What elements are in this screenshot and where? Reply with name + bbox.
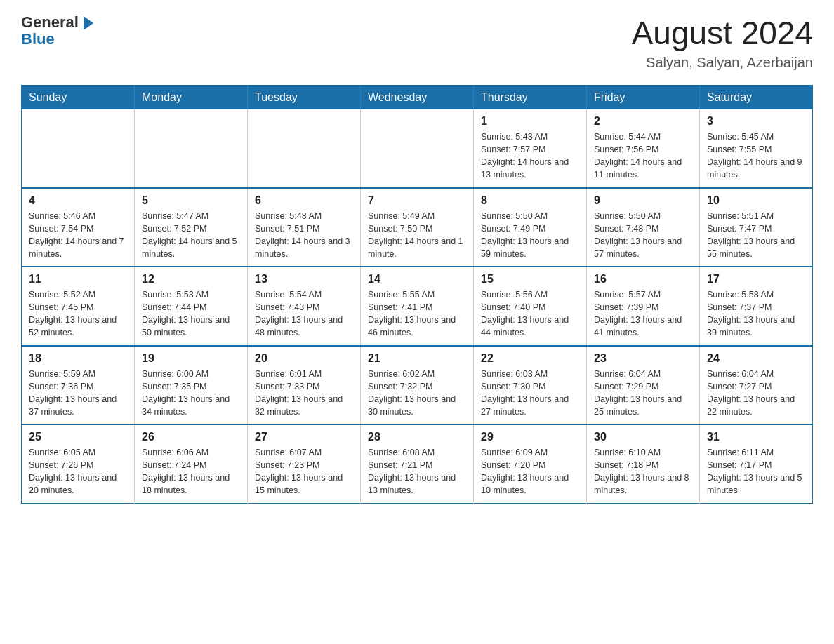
day-cell: 15Sunrise: 5:56 AM Sunset: 7:40 PM Dayli… — [474, 267, 587, 346]
day-info: Sunrise: 6:10 AM Sunset: 7:18 PM Dayligh… — [594, 446, 692, 497]
day-number: 17 — [707, 273, 805, 286]
day-info: Sunrise: 5:51 AM Sunset: 7:47 PM Dayligh… — [707, 210, 805, 261]
day-number: 19 — [142, 352, 240, 365]
day-cell: 8Sunrise: 5:50 AM Sunset: 7:49 PM Daylig… — [474, 188, 587, 267]
day-number: 9 — [594, 194, 692, 207]
day-info: Sunrise: 5:59 AM Sunset: 7:36 PM Dayligh… — [29, 368, 127, 419]
day-cell: 1Sunrise: 5:43 AM Sunset: 7:57 PM Daylig… — [474, 109, 587, 188]
day-number: 8 — [481, 194, 579, 207]
day-number: 16 — [594, 273, 692, 286]
day-number: 18 — [29, 352, 127, 365]
day-info: Sunrise: 6:08 AM Sunset: 7:21 PM Dayligh… — [368, 446, 466, 497]
day-info: Sunrise: 5:47 AM Sunset: 7:52 PM Dayligh… — [142, 210, 240, 261]
page-header: General Blue August 2024 Salyan, Salyan,… — [21, 14, 813, 71]
day-number: 22 — [481, 352, 579, 365]
weekday-header-friday: Friday — [587, 86, 700, 110]
day-info: Sunrise: 6:06 AM Sunset: 7:24 PM Dayligh… — [142, 446, 240, 497]
day-cell: 6Sunrise: 5:48 AM Sunset: 7:51 PM Daylig… — [248, 188, 361, 267]
day-number: 25 — [29, 431, 127, 443]
day-cell: 20Sunrise: 6:01 AM Sunset: 7:33 PM Dayli… — [248, 346, 361, 425]
day-number: 28 — [368, 431, 466, 443]
day-info: Sunrise: 6:11 AM Sunset: 7:17 PM Dayligh… — [707, 446, 805, 497]
logo-blue-text: Blue — [21, 31, 95, 48]
weekday-header-sunday: Sunday — [22, 86, 135, 110]
day-number: 26 — [142, 431, 240, 443]
day-info: Sunrise: 5:55 AM Sunset: 7:41 PM Dayligh… — [368, 288, 466, 340]
title-block: August 2024 Salyan, Salyan, Azerbaijan — [632, 14, 813, 71]
day-cell: 7Sunrise: 5:49 AM Sunset: 7:50 PM Daylig… — [361, 188, 474, 267]
day-cell: 3Sunrise: 5:45 AM Sunset: 7:55 PM Daylig… — [700, 109, 813, 188]
day-cell — [135, 109, 248, 188]
day-info: Sunrise: 5:45 AM Sunset: 7:55 PM Dayligh… — [707, 130, 805, 182]
day-info: Sunrise: 5:53 AM Sunset: 7:44 PM Dayligh… — [142, 288, 240, 340]
day-info: Sunrise: 6:04 AM Sunset: 7:29 PM Dayligh… — [594, 368, 692, 419]
day-cell: 9Sunrise: 5:50 AM Sunset: 7:48 PM Daylig… — [587, 188, 700, 267]
day-info: Sunrise: 5:44 AM Sunset: 7:56 PM Dayligh… — [594, 130, 692, 182]
day-info: Sunrise: 6:00 AM Sunset: 7:35 PM Dayligh… — [142, 368, 240, 419]
month-year-title: August 2024 — [632, 14, 813, 52]
weekday-header-monday: Monday — [135, 86, 248, 110]
day-cell: 18Sunrise: 5:59 AM Sunset: 7:36 PM Dayli… — [22, 346, 135, 425]
day-cell: 11Sunrise: 5:52 AM Sunset: 7:45 PM Dayli… — [22, 267, 135, 346]
day-number: 29 — [481, 431, 579, 443]
day-info: Sunrise: 5:54 AM Sunset: 7:43 PM Dayligh… — [255, 288, 353, 340]
day-cell: 22Sunrise: 6:03 AM Sunset: 7:30 PM Dayli… — [474, 346, 587, 425]
day-number: 15 — [481, 273, 579, 286]
week-row-3: 11Sunrise: 5:52 AM Sunset: 7:45 PM Dayli… — [22, 267, 813, 346]
day-info: Sunrise: 6:03 AM Sunset: 7:30 PM Dayligh… — [481, 368, 579, 419]
day-info: Sunrise: 6:07 AM Sunset: 7:23 PM Dayligh… — [255, 446, 353, 497]
day-cell — [361, 109, 474, 188]
logo: General Blue — [21, 14, 95, 48]
location-subtitle: Salyan, Salyan, Azerbaijan — [632, 55, 813, 71]
day-cell: 26Sunrise: 6:06 AM Sunset: 7:24 PM Dayli… — [135, 424, 248, 503]
day-info: Sunrise: 5:50 AM Sunset: 7:48 PM Dayligh… — [594, 210, 692, 261]
day-info: Sunrise: 5:57 AM Sunset: 7:39 PM Dayligh… — [594, 288, 692, 340]
day-cell: 13Sunrise: 5:54 AM Sunset: 7:43 PM Dayli… — [248, 267, 361, 346]
day-number: 31 — [707, 431, 805, 443]
day-cell: 31Sunrise: 6:11 AM Sunset: 7:17 PM Dayli… — [700, 424, 813, 503]
day-cell: 30Sunrise: 6:10 AM Sunset: 7:18 PM Dayli… — [587, 424, 700, 503]
weekday-header-saturday: Saturday — [700, 86, 813, 110]
week-row-1: 1Sunrise: 5:43 AM Sunset: 7:57 PM Daylig… — [22, 109, 813, 188]
day-number: 21 — [368, 352, 466, 365]
day-number: 23 — [594, 352, 692, 365]
day-cell: 19Sunrise: 6:00 AM Sunset: 7:35 PM Dayli… — [135, 346, 248, 425]
day-cell: 12Sunrise: 5:53 AM Sunset: 7:44 PM Dayli… — [135, 267, 248, 346]
day-info: Sunrise: 6:01 AM Sunset: 7:33 PM Dayligh… — [255, 368, 353, 419]
day-cell: 10Sunrise: 5:51 AM Sunset: 7:47 PM Dayli… — [700, 188, 813, 267]
day-cell: 23Sunrise: 6:04 AM Sunset: 7:29 PM Dayli… — [587, 346, 700, 425]
day-info: Sunrise: 5:52 AM Sunset: 7:45 PM Dayligh… — [29, 288, 127, 340]
week-row-5: 25Sunrise: 6:05 AM Sunset: 7:26 PM Dayli… — [22, 424, 813, 503]
day-number: 11 — [29, 273, 127, 286]
weekday-header-tuesday: Tuesday — [248, 86, 361, 110]
day-cell: 28Sunrise: 6:08 AM Sunset: 7:21 PM Dayli… — [361, 424, 474, 503]
day-cell — [22, 109, 135, 188]
day-info: Sunrise: 6:05 AM Sunset: 7:26 PM Dayligh… — [29, 446, 127, 497]
day-number: 3 — [707, 115, 805, 128]
day-info: Sunrise: 6:09 AM Sunset: 7:20 PM Dayligh… — [481, 446, 579, 497]
day-cell: 16Sunrise: 5:57 AM Sunset: 7:39 PM Dayli… — [587, 267, 700, 346]
day-cell: 4Sunrise: 5:46 AM Sunset: 7:54 PM Daylig… — [22, 188, 135, 267]
day-number: 24 — [707, 352, 805, 365]
day-info: Sunrise: 5:58 AM Sunset: 7:37 PM Dayligh… — [707, 288, 805, 340]
day-number: 4 — [29, 194, 127, 207]
day-number: 2 — [594, 115, 692, 128]
day-cell — [248, 109, 361, 188]
day-number: 7 — [368, 194, 466, 207]
calendar-table: SundayMondayTuesdayWednesdayThursdayFrid… — [21, 85, 813, 504]
day-number: 5 — [142, 194, 240, 207]
day-cell: 14Sunrise: 5:55 AM Sunset: 7:41 PM Dayli… — [361, 267, 474, 346]
weekday-header-thursday: Thursday — [474, 86, 587, 110]
day-info: Sunrise: 5:48 AM Sunset: 7:51 PM Dayligh… — [255, 210, 353, 261]
day-info: Sunrise: 5:49 AM Sunset: 7:50 PM Dayligh… — [368, 210, 466, 261]
day-number: 30 — [594, 431, 692, 443]
day-info: Sunrise: 5:46 AM Sunset: 7:54 PM Dayligh… — [29, 210, 127, 261]
logo-general-text: General — [21, 13, 79, 31]
day-cell: 27Sunrise: 6:07 AM Sunset: 7:23 PM Dayli… — [248, 424, 361, 503]
day-cell: 29Sunrise: 6:09 AM Sunset: 7:20 PM Dayli… — [474, 424, 587, 503]
day-info: Sunrise: 6:04 AM Sunset: 7:27 PM Dayligh… — [707, 368, 805, 419]
day-number: 12 — [142, 273, 240, 286]
day-number: 10 — [707, 194, 805, 207]
day-info: Sunrise: 5:43 AM Sunset: 7:57 PM Dayligh… — [481, 130, 579, 182]
day-number: 27 — [255, 431, 353, 443]
